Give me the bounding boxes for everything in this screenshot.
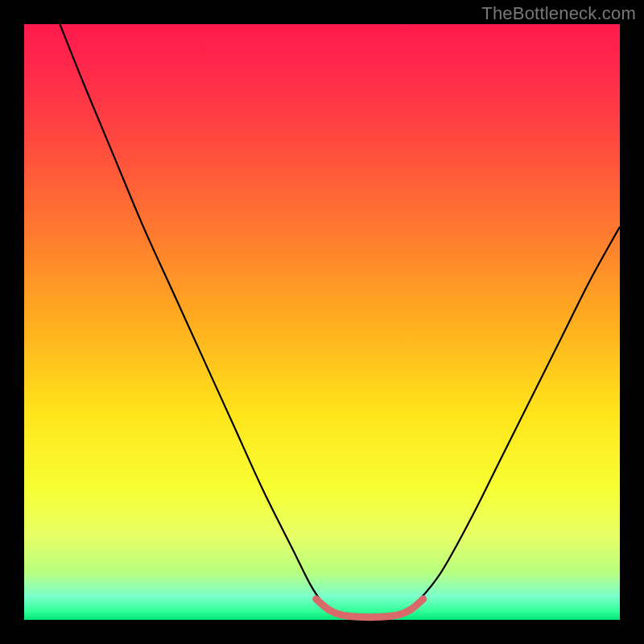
chart-frame: TheBottleneck.com: [0, 0, 644, 644]
watermark-text: TheBottleneck.com: [481, 3, 636, 24]
plot-background: [24, 24, 620, 620]
bottleneck-chart: [0, 0, 644, 644]
